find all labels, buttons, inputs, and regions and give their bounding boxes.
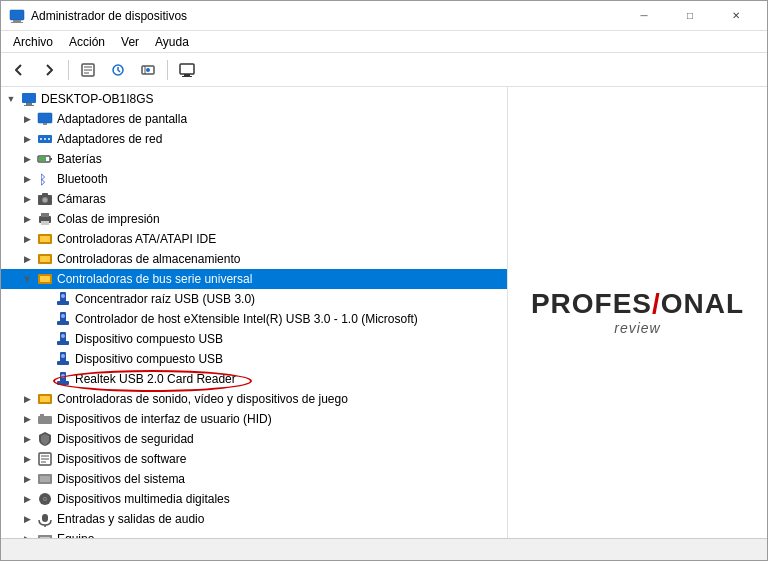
tree-item-adapters-red[interactable]: ▶ Adaptadores de red [1, 129, 507, 149]
expand-icon[interactable]: ▶ [19, 131, 35, 147]
item-label: Concentrador raíz USB (USB 3.0) [73, 292, 255, 306]
expand-icon[interactable]: ▶ [19, 171, 35, 187]
properties-button[interactable] [74, 57, 102, 83]
menu-bar: Archivo Acción Ver Ayuda [1, 31, 767, 53]
expand-icon-root[interactable]: ▼ [3, 91, 19, 107]
item-label: Bluetooth [55, 172, 108, 186]
multimedia-icon [37, 491, 53, 507]
svg-rect-14 [22, 93, 36, 103]
tree-item-usb-concentrador[interactable]: ▶ Concentrador raíz USB (USB 3.0) [1, 289, 507, 309]
tree-item-bluetooth[interactable]: ▶ ᛒ Bluetooth [1, 169, 507, 189]
tree-item-dispositivos-multimedia[interactable]: ▶ Dispositivos multimedia digitales [1, 489, 507, 509]
svg-rect-50 [57, 361, 69, 365]
window-controls: ─ □ ✕ [621, 1, 759, 31]
monitor-icon [37, 111, 53, 127]
menu-archivo[interactable]: Archivo [5, 33, 61, 51]
item-label: Realtek USB 2.0 Card Reader [73, 372, 236, 386]
svg-point-22 [48, 138, 50, 140]
usb-device-icon [55, 351, 71, 367]
expand-icon[interactable]: ▶ [19, 391, 35, 407]
item-label: Controlador de host eXtensible Intel(R) … [73, 312, 418, 326]
tree-item-root[interactable]: ▼ DESKTOP-OB1I8GS [1, 89, 507, 109]
device-manager-window: Administrador de dispositivos ─ □ ✕ Arch… [0, 0, 768, 561]
tree-item-entradas-audio[interactable]: ▶ Entradas y salidas de audio [1, 509, 507, 529]
item-label: Dispositivo compuesto USB [73, 352, 223, 366]
security-icon [37, 431, 53, 447]
close-button[interactable]: ✕ [713, 1, 759, 31]
svg-rect-57 [38, 416, 52, 424]
tree-item-equipo[interactable]: ▶ Equipo [1, 529, 507, 538]
tree-item-usb-compuesto1[interactable]: ▶ Dispositivo compuesto USB [1, 329, 507, 349]
expand-icon[interactable]: ▶ [19, 191, 35, 207]
tree-item-controladoras-ata[interactable]: ▶ Controladoras ATA/ATAPI IDE [1, 229, 507, 249]
expand-icon[interactable]: ▶ [19, 151, 35, 167]
expand-icon[interactable]: ▶ [19, 491, 35, 507]
menu-ayuda[interactable]: Ayuda [147, 33, 197, 51]
printer-icon [37, 211, 53, 227]
tree-item-dispositivos-seguridad[interactable]: ▶ Dispositivos de seguridad [1, 429, 507, 449]
expand-icon[interactable]: ▶ [19, 111, 35, 127]
svg-point-42 [61, 294, 65, 298]
item-label: Adaptadores de red [55, 132, 162, 146]
brand-name-part2: ONAL [661, 288, 744, 319]
monitor-button[interactable] [173, 57, 201, 83]
expand-icon[interactable]: ▶ [19, 231, 35, 247]
equipo-icon [37, 531, 53, 538]
svg-rect-53 [57, 381, 69, 385]
title-bar: Administrador de dispositivos ─ □ ✕ [1, 1, 767, 31]
tree-item-controladoras-sonido[interactable]: ▶ Controladoras de sonido, vídeo y dispo… [1, 389, 507, 409]
svg-rect-16 [24, 105, 34, 106]
svg-point-54 [61, 374, 65, 378]
expand-icon[interactable]: ▶ [19, 411, 35, 427]
expand-icon[interactable]: ▼ [19, 271, 35, 287]
item-label: Controladoras de bus serie universal [55, 272, 252, 286]
svg-rect-25 [39, 157, 46, 161]
status-bar [1, 538, 767, 560]
tree-item-dispositivos-sistema[interactable]: ▶ Dispositivos del sistema [1, 469, 507, 489]
system-icon [37, 471, 53, 487]
item-label: Dispositivo compuesto USB [73, 332, 223, 346]
menu-ver[interactable]: Ver [113, 33, 147, 51]
audio-icon [37, 511, 53, 527]
expand-icon[interactable]: ▶ [19, 451, 35, 467]
content-area: ▼ DESKTOP-OB1I8GS ▶ Adaptadores de panta… [1, 87, 767, 538]
right-panel: PROFES/ONAL review [507, 87, 767, 538]
expand-icon[interactable]: ▶ [19, 511, 35, 527]
svg-point-48 [61, 334, 65, 338]
tree-item-adapters-pantalla[interactable]: ▶ Adaptadores de pantalla [1, 109, 507, 129]
expand-icon[interactable]: ▶ [19, 531, 35, 538]
svg-rect-11 [180, 64, 194, 74]
svg-point-45 [61, 314, 65, 318]
back-button[interactable] [5, 57, 33, 83]
scan-hardware-button[interactable] [134, 57, 162, 83]
window-title: Administrador de dispositivos [31, 9, 621, 23]
item-label: Baterías [55, 152, 102, 166]
menu-accion[interactable]: Acción [61, 33, 113, 51]
tree-item-usb-host[interactable]: ▶ Controlador de host eXtensible Intel(R… [1, 309, 507, 329]
minimize-button[interactable]: ─ [621, 1, 667, 31]
forward-button[interactable] [35, 57, 63, 83]
device-tree[interactable]: ▼ DESKTOP-OB1I8GS ▶ Adaptadores de panta… [1, 87, 507, 538]
svg-point-10 [146, 68, 150, 72]
tree-item-dispositivos-software[interactable]: ▶ Dispositivos de software [1, 449, 507, 469]
maximize-button[interactable]: □ [667, 1, 713, 31]
item-label: Controladoras de sonido, vídeo y disposi… [55, 392, 348, 406]
update-driver-button[interactable] [104, 57, 132, 83]
tree-item-colas-impresion[interactable]: ▶ Colas de impresión [1, 209, 507, 229]
ide-icon [37, 231, 53, 247]
tree-item-dispositivos-hid[interactable]: ▶ Dispositivos de interfaz de usuario (H… [1, 409, 507, 429]
expand-icon[interactable]: ▶ [19, 251, 35, 267]
tree-item-controladoras-usb[interactable]: ▼ Controladoras de bus serie universal [1, 269, 507, 289]
svg-rect-37 [40, 256, 50, 262]
tree-item-usb-compuesto2[interactable]: ▶ Dispositivo compuesto USB [1, 349, 507, 369]
tree-item-camaras[interactable]: ▶ Cámaras [1, 189, 507, 209]
item-label: Controladoras de almacenamiento [55, 252, 240, 266]
tree-item-realtek[interactable]: ▶ Realtek USB 2.0 Card Reader [1, 369, 507, 389]
expand-icon[interactable]: ▶ [19, 471, 35, 487]
svg-rect-58 [40, 414, 44, 417]
expand-icon[interactable]: ▶ [19, 211, 35, 227]
tree-item-controladoras-almac[interactable]: ▶ Controladoras de almacenamiento [1, 249, 507, 269]
tree-item-baterias[interactable]: ▶ Baterías [1, 149, 507, 169]
svg-text:ᛒ: ᛒ [39, 172, 47, 187]
expand-icon[interactable]: ▶ [19, 431, 35, 447]
